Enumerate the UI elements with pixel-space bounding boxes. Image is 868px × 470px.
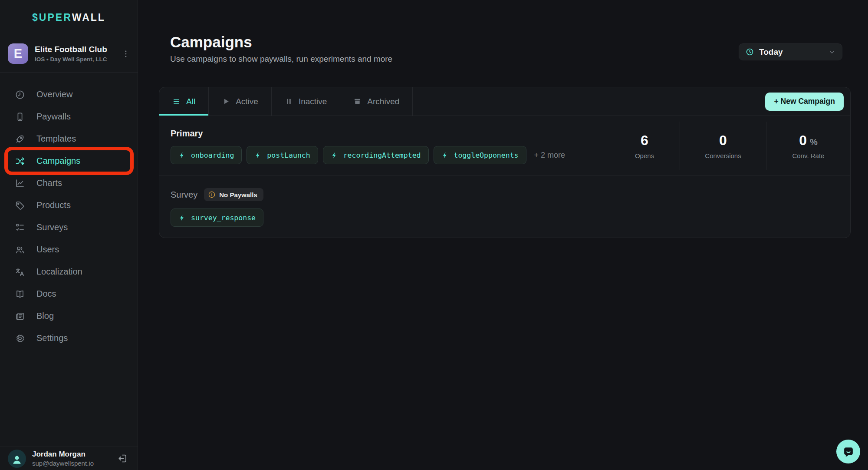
more-tags-label: + 2 more: [534, 151, 566, 160]
lightning-icon: [331, 152, 338, 159]
workspace-meta: Elite Football Club iOS • Day Well Spent…: [35, 45, 107, 63]
sidebar-item-label: Docs: [36, 289, 56, 299]
event-tag-label: survey_response: [191, 214, 256, 222]
lightning-icon: [178, 214, 186, 222]
campaigns-tabbar: AllActiveInactiveArchived + New Campaign: [159, 87, 850, 116]
sidebar-item-blog[interactable]: Blog: [0, 305, 138, 327]
tab-all[interactable]: All: [159, 87, 209, 116]
clock-icon: [746, 48, 754, 56]
sidebar-item-label: Surveys: [36, 222, 68, 232]
user-account-row: Jordan Morgan sup@daywellspent.io: [0, 447, 138, 470]
sidebar-item-users[interactable]: Users: [0, 238, 138, 261]
stat-opens: 6Opens: [609, 122, 680, 170]
sidebar-item-overview[interactable]: Overview: [0, 83, 138, 106]
stat-suffix: %: [810, 137, 818, 147]
sidebar-item-label: Settings: [36, 333, 68, 343]
kebab-menu-icon[interactable]: [121, 49, 131, 59]
event-tag[interactable]: recordingAttempted: [323, 146, 429, 164]
sidebar-item-label: Products: [36, 200, 71, 210]
blog-icon: [15, 311, 25, 321]
event-tag-label: postLaunch: [267, 151, 310, 159]
tab-label: All: [186, 97, 195, 106]
user-avatar: [8, 450, 26, 468]
stat-number: 0: [719, 132, 727, 149]
stat-value: 6: [641, 132, 648, 149]
event-tag[interactable]: survey_response: [171, 209, 263, 227]
sidebar-item-campaigns[interactable]: Campaigns: [0, 150, 138, 172]
stat-label: Opens: [635, 152, 654, 159]
info-icon: [208, 191, 216, 199]
workspace-avatar: E: [8, 43, 28, 64]
products-icon: [15, 200, 25, 211]
sidebar-item-surveys[interactable]: Surveys: [0, 216, 138, 238]
event-tag[interactable]: onboarding: [171, 146, 242, 164]
sidebar-item-label: Localization: [36, 267, 82, 277]
no-paywalls-badge: No Paywalls: [204, 188, 263, 201]
sidebar-item-label: Campaigns: [36, 156, 80, 166]
settings-icon: [15, 333, 25, 344]
stat-number: 6: [641, 132, 648, 149]
tabs-group: AllActiveInactiveArchived: [159, 87, 413, 116]
user-name: Jordan Morgan: [32, 450, 94, 459]
campaign-rows: PrimaryonboardingpostLaunchrecordingAtte…: [159, 116, 850, 238]
localization-icon: [15, 267, 25, 277]
stat-conv-rate: 0%Conv. Rate: [766, 122, 850, 170]
campaign-name-line: SurveyNo Paywalls: [171, 188, 850, 201]
tab-label: Archived: [367, 97, 399, 106]
sidebar-item-settings[interactable]: Settings: [0, 327, 138, 349]
tab-archived[interactable]: Archived: [340, 87, 413, 116]
sidebar-item-paywalls[interactable]: Paywalls: [0, 106, 138, 128]
sidebar-item-label: Paywalls: [36, 112, 71, 122]
overview-icon: [15, 89, 25, 100]
chat-bubble-icon: [842, 445, 855, 459]
event-tag-label: onboarding: [191, 151, 234, 159]
sidebar-nav: OverviewPaywallsTemplatesCampaignsCharts…: [0, 73, 138, 447]
archive-icon: [353, 97, 362, 106]
person-icon: [11, 453, 23, 466]
stat-value: 0%: [799, 132, 818, 149]
sidebar-item-templates[interactable]: Templates: [0, 128, 138, 150]
sidebar-item-label: Users: [36, 245, 59, 255]
date-filter-dropdown[interactable]: Today: [739, 43, 842, 60]
list-icon: [172, 97, 181, 106]
campaign-row-primary: PrimaryonboardingpostLaunchrecordingAtte…: [159, 116, 850, 175]
main-content: Campaigns Use campaigns to show paywalls…: [138, 0, 868, 470]
tab-inactive[interactable]: Inactive: [272, 87, 340, 116]
stat-label: Conversions: [705, 152, 741, 159]
users-icon: [15, 245, 25, 255]
new-campaign-button[interactable]: + New Campaign: [765, 93, 844, 111]
superwall-logo: $UPERWALL: [0, 0, 138, 35]
chevron-down-icon: [828, 48, 836, 56]
surveys-icon: [15, 222, 25, 233]
pause-icon: [285, 97, 293, 106]
sidebar-item-localization[interactable]: Localization: [0, 261, 138, 283]
chat-widget-button[interactable]: [836, 440, 860, 463]
campaign-name[interactable]: Survey: [171, 190, 197, 200]
event-tag-label: recordingAttempted: [343, 151, 421, 159]
badge-label: No Paywalls: [219, 191, 257, 199]
stat-label: Conv. Rate: [792, 152, 825, 159]
lightning-icon: [254, 152, 262, 159]
lightning-icon: [441, 152, 449, 159]
campaigns-icon: [15, 156, 25, 166]
event-tag[interactable]: toggleOpponents: [434, 146, 526, 164]
sidebar-item-label: Templates: [36, 134, 76, 144]
campaign-tags: survey_response: [171, 209, 850, 227]
paywalls-icon: [15, 112, 25, 122]
date-filter-value: Today: [759, 47, 783, 57]
stat-value: 0: [719, 132, 727, 149]
logout-icon[interactable]: [117, 453, 128, 464]
sidebar-item-products[interactable]: Products: [0, 194, 138, 216]
stat-conversions: 0Conversions: [680, 122, 766, 170]
tab-active[interactable]: Active: [209, 87, 272, 116]
event-tag[interactable]: postLaunch: [247, 146, 318, 164]
templates-icon: [15, 134, 25, 144]
tab-label: Active: [236, 97, 258, 106]
sidebar-item-charts[interactable]: Charts: [0, 172, 138, 194]
workspace-switcher[interactable]: E Elite Football Club iOS • Day Well Spe…: [0, 35, 138, 73]
sidebar-item-docs[interactable]: Docs: [0, 283, 138, 305]
campaign-name[interactable]: Primary: [171, 129, 203, 139]
event-tag-label: toggleOpponents: [454, 151, 519, 159]
tab-label: Inactive: [299, 97, 327, 106]
campaigns-card: AllActiveInactiveArchived + New Campaign…: [159, 87, 851, 238]
